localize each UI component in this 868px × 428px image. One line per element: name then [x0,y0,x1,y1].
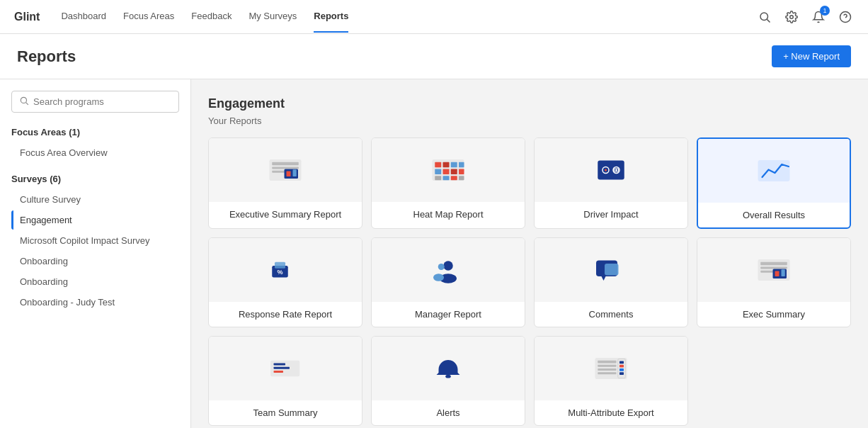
svg-point-0 [760,13,768,21]
svg-rect-27 [598,161,624,180]
svg-rect-13 [293,169,297,176]
report-card-multi-attribute[interactable]: Multi-Attribute Export [534,336,688,426]
team-summary-label: Team Summary [209,400,362,425]
svg-rect-59 [598,368,616,371]
report-card-exec-summary[interactable]: Executive Summary Report [208,137,362,229]
comments-label: Comments [535,302,687,327]
svg-rect-16 [443,162,450,168]
top-navigation: Glint Dashboard Focus Areas Feedback My … [0,0,868,34]
report-area: Engagement Your Reports [191,79,868,428]
svg-rect-60 [598,372,616,374]
report-card-overall-results[interactable]: Overall Results [697,137,851,229]
notifications-icon[interactable]: 1 [810,9,827,26]
heat-map-label: Heat Map Report [372,202,525,227]
svg-rect-21 [451,169,457,175]
svg-rect-15 [435,162,441,168]
svg-point-39 [438,264,445,270]
svg-point-29 [605,169,607,171]
sidebar: Focus Areas (1) Focus Area Overview Surv… [0,79,191,428]
report-card-response-rate[interactable]: % Response Rate Report [208,237,362,327]
surveys-title: Surveys (6) [11,174,179,184]
svg-rect-57 [598,361,616,364]
manager-report-label: Manager Report [372,302,525,327]
svg-rect-46 [760,267,787,269]
exec-summary2-label: Exec Summary [697,302,850,327]
svg-rect-33 [758,160,790,181]
report-card-alerts[interactable]: Alerts [371,336,525,426]
overall-results-icon [698,139,850,203]
svg-rect-49 [775,271,780,277]
svg-point-32 [615,169,617,171]
report-card-driver-impact[interactable]: Driver Impact [534,137,688,229]
sidebar-item-engagement[interactable]: Engagement [11,210,179,230]
nav-my-surveys[interactable]: My Surveys [249,1,297,33]
svg-text:%: % [277,269,282,276]
help-icon[interactable] [837,9,854,26]
surveys-section: Surveys (6) Culture Survey Engagement Mi… [11,174,179,312]
nav-reports[interactable]: Reports [314,1,348,33]
search-input[interactable] [33,96,171,107]
new-report-button[interactable]: + New Report [772,45,851,67]
page-header: Reports + New Report [0,34,868,79]
svg-rect-8 [272,162,299,166]
multi-attribute-label: Multi-Attribute Export [535,400,687,425]
reports-grid: Executive Summary Report [208,137,851,426]
report-card-comments[interactable]: Comments [534,237,688,327]
report-card-heat-map[interactable]: Heat Map Report [371,137,525,229]
svg-rect-62 [619,361,624,364]
svg-point-40 [433,274,444,281]
svg-rect-63 [619,365,624,368]
report-card-team-summary[interactable]: Team Summary [208,336,362,426]
multi-attribute-icon [535,337,687,400]
svg-rect-19 [435,169,441,175]
alerts-label: Alerts [372,400,525,425]
nav-links: Dashboard Focus Areas Feedback My Survey… [61,1,756,33]
settings-icon[interactable] [783,9,800,26]
svg-rect-17 [451,162,457,168]
heat-map-icon [372,138,525,202]
svg-rect-54 [274,371,284,373]
search-icon[interactable] [756,9,773,26]
exec-summary2-icon [697,238,850,302]
report-card-manager[interactable]: Manager Report [371,237,525,327]
response-rate-label: Response Rate Report [209,302,362,327]
svg-rect-50 [782,269,785,276]
svg-rect-20 [443,169,450,175]
search-box[interactable] [11,91,179,113]
alerts-icon [372,337,525,400]
svg-rect-25 [451,176,457,180]
notification-count: 1 [820,6,830,16]
svg-point-37 [443,261,453,271]
svg-rect-18 [459,162,464,168]
sidebar-item-culture-survey[interactable]: Culture Survey [11,190,179,209]
sidebar-item-onboarding-1[interactable]: Onboarding [11,252,179,271]
svg-rect-65 [619,372,624,375]
search-icon-small [19,96,29,108]
sidebar-item-focus-area-overview[interactable]: Focus Area Overview [11,143,179,162]
sidebar-item-copilot[interactable]: Microsoft Copilot Impact Survey [11,231,179,250]
sidebar-item-onboarding-judy[interactable]: Onboarding - Judy Test [11,293,179,312]
focus-areas-section: Focus Areas (1) Focus Area Overview [11,127,179,162]
svg-marker-42 [602,276,606,281]
svg-rect-36 [275,262,285,269]
svg-line-6 [26,103,28,105]
nav-focus-areas[interactable]: Focus Areas [123,1,174,33]
svg-rect-58 [598,365,616,367]
overall-results-label: Overall Results [698,203,850,227]
nav-dashboard[interactable]: Dashboard [61,1,106,33]
manager-report-icon [372,238,525,302]
svg-rect-9 [272,167,299,169]
svg-rect-52 [274,364,286,366]
nav-icon-group: 1 [756,9,854,26]
svg-rect-26 [459,176,464,180]
driver-impact-icon [535,138,687,202]
svg-rect-23 [435,176,441,180]
svg-point-5 [21,97,26,103]
sidebar-item-onboarding-2[interactable]: Onboarding [11,272,179,291]
page-container: Reports + New Report Focus Areas (1) Foc… [0,34,868,428]
main-content: Focus Areas (1) Focus Area Overview Surv… [0,79,868,428]
focus-areas-title: Focus Areas (1) [11,127,179,137]
nav-feedback[interactable]: Feedback [191,1,232,33]
report-card-exec-summary2[interactable]: Exec Summary [697,237,851,327]
response-rate-icon: % [209,238,362,302]
